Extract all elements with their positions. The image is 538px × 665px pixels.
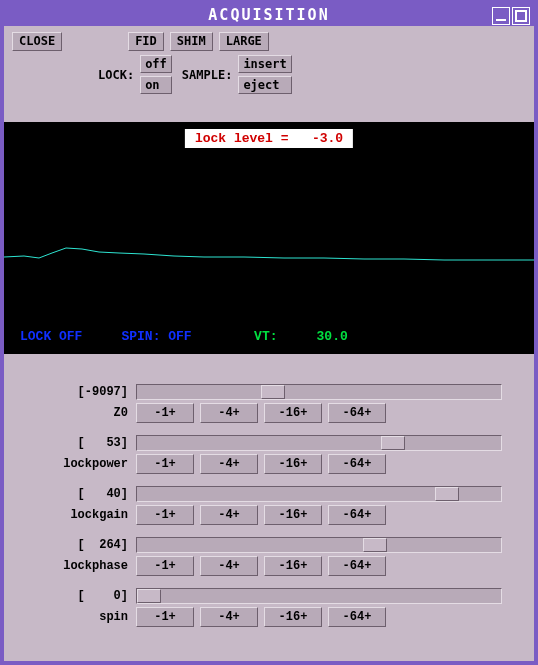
slider-thumb[interactable] — [381, 436, 405, 450]
param-name: lockphase — [28, 559, 128, 573]
signal-trace — [4, 122, 534, 354]
Z0-step--16+[interactable]: -16+ — [264, 403, 322, 423]
lockgain-step--64+[interactable]: -64+ — [328, 505, 386, 525]
signal-display: lock level = -3.0 LOCK OFF SPIN: OFF VT:… — [4, 122, 534, 354]
param-value: [ 53] — [28, 436, 128, 450]
status-vt-label: VT: — [254, 329, 277, 344]
titlebar[interactable]: ACQUISITION — [4, 4, 534, 26]
status-lock: LOCK OFF — [20, 329, 82, 344]
lockgain-step--1+[interactable]: -1+ — [136, 505, 194, 525]
lockgain-step--16+[interactable]: -16+ — [264, 505, 322, 525]
Z0-step--64+[interactable]: -64+ — [328, 403, 386, 423]
param-name: Z0 — [28, 406, 128, 420]
param-name: lockpower — [28, 457, 128, 471]
sample-label: SAMPLE: — [182, 68, 233, 82]
spin-step--4+[interactable]: -4+ — [200, 607, 258, 627]
sample-eject-button[interactable]: eject — [238, 76, 291, 94]
param-spin: [ 0]spin-1+-4+-16+-64+ — [28, 588, 502, 627]
Z0-step--4+[interactable]: -4+ — [200, 403, 258, 423]
lockphase-step--64+[interactable]: -64+ — [328, 556, 386, 576]
lockphase-step--16+[interactable]: -16+ — [264, 556, 322, 576]
lockpower-slider[interactable] — [136, 435, 502, 451]
status-line: LOCK OFF SPIN: OFF VT: 30.0 — [20, 329, 348, 344]
lockpower-step--4+[interactable]: -4+ — [200, 454, 258, 474]
slider-thumb[interactable] — [363, 538, 387, 552]
lockpower-step--16+[interactable]: -16+ — [264, 454, 322, 474]
lock-on-button[interactable]: on — [140, 76, 172, 94]
param-lockpower: [ 53]lockpower-1+-4+-16+-64+ — [28, 435, 502, 474]
maximize-icon[interactable] — [512, 7, 530, 25]
slider-thumb[interactable] — [435, 487, 459, 501]
slider-thumb[interactable] — [261, 385, 285, 399]
fid-button[interactable]: FID — [128, 32, 164, 51]
large-button[interactable]: LARGE — [219, 32, 269, 51]
spin-step--16+[interactable]: -16+ — [264, 607, 322, 627]
param-Z0: [-9097]Z0-1+-4+-16+-64+ — [28, 384, 502, 423]
Z0-slider[interactable] — [136, 384, 502, 400]
status-spin: SPIN: OFF — [121, 329, 191, 344]
slider-thumb[interactable] — [137, 589, 161, 603]
close-button[interactable]: CLOSE — [12, 32, 62, 51]
lockphase-slider[interactable] — [136, 537, 502, 553]
minimize-icon[interactable] — [492, 7, 510, 25]
Z0-step--1+[interactable]: -1+ — [136, 403, 194, 423]
param-name: spin — [28, 610, 128, 624]
spin-slider[interactable] — [136, 588, 502, 604]
window-title: ACQUISITION — [208, 6, 329, 24]
lock-label: LOCK: — [98, 68, 134, 82]
lockpower-step--1+[interactable]: -1+ — [136, 454, 194, 474]
acquisition-window: ACQUISITION CLOSE FID SHIM LARGE LOCK: o… — [0, 0, 538, 665]
sample-insert-button[interactable]: insert — [238, 55, 291, 73]
param-lockgain: [ 40]lockgain-1+-4+-16+-64+ — [28, 486, 502, 525]
lockphase-step--4+[interactable]: -4+ — [200, 556, 258, 576]
param-value: [ 0] — [28, 589, 128, 603]
lock-off-button[interactable]: off — [140, 55, 172, 73]
param-name: lockgain — [28, 508, 128, 522]
lockphase-step--1+[interactable]: -1+ — [136, 556, 194, 576]
param-value: [-9097] — [28, 385, 128, 399]
lockgain-slider[interactable] — [136, 486, 502, 502]
lockpower-step--64+[interactable]: -64+ — [328, 454, 386, 474]
param-value: [ 40] — [28, 487, 128, 501]
status-vt-value: 30.0 — [317, 329, 348, 344]
spin-step--1+[interactable]: -1+ — [136, 607, 194, 627]
shim-button[interactable]: SHIM — [170, 32, 213, 51]
lockgain-step--4+[interactable]: -4+ — [200, 505, 258, 525]
param-value: [ 264] — [28, 538, 128, 552]
param-lockphase: [ 264]lockphase-1+-4+-16+-64+ — [28, 537, 502, 576]
spin-step--64+[interactable]: -64+ — [328, 607, 386, 627]
